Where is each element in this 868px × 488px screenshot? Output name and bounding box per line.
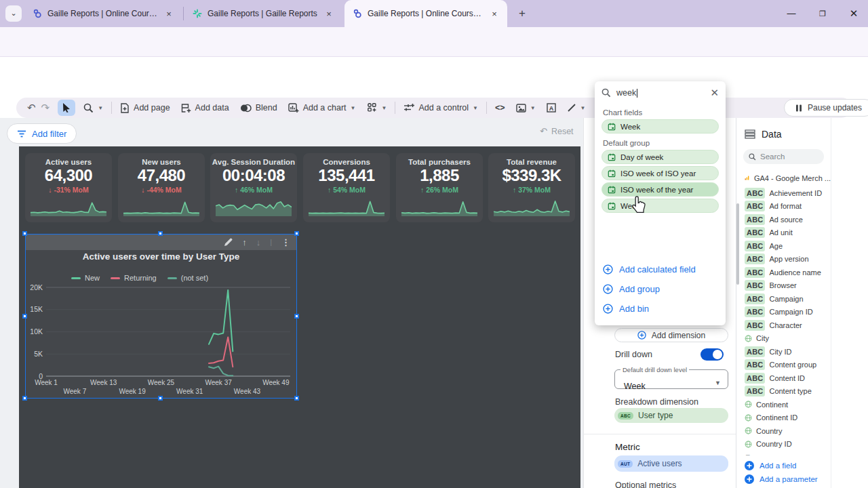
undo-icon[interactable]: ↶ <box>22 98 41 118</box>
select-tool-active[interactable] <box>58 100 75 116</box>
field-row-country[interactable]: Country <box>736 424 831 438</box>
field-row-character[interactable]: ABCCharacter <box>736 319 831 332</box>
field-sections: Chart fieldsWeekDefault groupDay of week… <box>595 108 726 213</box>
filter-reset-button[interactable]: ↶ Reset <box>540 126 574 136</box>
search-icon <box>601 88 611 98</box>
scorecard-conversions[interactable]: Conversions135,441↑ 54% MoM <box>303 153 390 222</box>
field-search-row: week ✕ <box>595 81 726 103</box>
selection-handle[interactable] <box>22 314 27 319</box>
field-row-continent[interactable]: Continent <box>736 398 831 411</box>
add-group-button[interactable]: Add group <box>603 279 717 299</box>
field-row-city[interactable]: City <box>736 332 831 346</box>
community-visualizations-button[interactable]: ▼ <box>361 98 393 118</box>
field-row-ad-source[interactable]: ABCAd source <box>736 213 831 226</box>
drill-level-select[interactable]: Default drill down level Week ▼ <box>614 366 728 389</box>
redo-icon[interactable]: ↷ <box>41 98 56 118</box>
scorecard-label: Avg. Session Duration <box>210 158 297 166</box>
scorecard-new-users[interactable]: New users47,480↓ -44% MoM <box>118 153 205 222</box>
add-parameter-button[interactable]: Add a parameter <box>736 472 831 486</box>
field-option-iso-week-of-iso-year[interactable]: ISO week of ISO year <box>601 166 719 180</box>
browser-tab-1[interactable]: Gaille Reports | Online Course G × <box>24 0 182 27</box>
field-row-age[interactable]: ABCAge <box>736 239 831 253</box>
scorecard-active-users[interactable]: Active users64,300↓ -31% MoM <box>25 153 112 222</box>
close-icon[interactable]: ✕ <box>710 87 719 99</box>
field-row-audience-name[interactable]: ABCAudience name <box>736 266 831 279</box>
window-maximize-button[interactable]: ❐ <box>816 7 829 20</box>
tab-close-icon[interactable]: × <box>323 7 335 20</box>
field-row-continent-id[interactable]: Continent ID <box>736 411 831 425</box>
insert-text-button[interactable]: A <box>541 98 561 118</box>
window-minimize-button[interactable]: — <box>785 7 797 20</box>
add-bin-button[interactable]: Add bin <box>603 299 717 319</box>
selection-handle[interactable] <box>22 396 27 401</box>
field-name: Ad format <box>769 202 802 210</box>
field-row-app-version[interactable]: ABCApp version <box>736 253 831 266</box>
field-row-content-type[interactable]: ABCContent type <box>736 385 831 399</box>
tab-title: Gaille Reports | Gaille Reports <box>208 9 317 18</box>
tab-close-icon[interactable]: × <box>488 7 500 20</box>
action-label: Add calculated field <box>619 264 696 274</box>
selection-handle[interactable] <box>294 231 299 236</box>
field-option-week[interactable]: Week <box>601 199 719 213</box>
data-source-row[interactable]: GA4 - Google Merch ... <box>736 164 831 186</box>
data-search-input[interactable]: Search <box>743 149 824 164</box>
add-chart-icon <box>288 103 299 113</box>
field-search-input[interactable]: week <box>616 88 705 98</box>
add-filter-button[interactable]: Add filter <box>7 123 77 144</box>
field-option-week[interactable]: Week <box>601 119 719 134</box>
text-field-badge: ABC <box>745 280 765 291</box>
field-row-country-id[interactable]: Country ID <box>736 438 831 451</box>
add-dimension-button[interactable]: Add dimension <box>614 328 728 342</box>
field-row-content-id[interactable]: ABCContent ID <box>736 371 831 385</box>
scorecard-value: 00:04:08 <box>210 166 297 185</box>
tab-search-chevron-icon[interactable]: ⌄ <box>5 5 22 22</box>
scorecard-value: 64,300 <box>25 166 112 185</box>
add-chart-button[interactable]: Add a chart ▼ <box>283 98 361 118</box>
field-row-browser[interactable]: ABCBrowser <box>736 279 831 293</box>
field-row-campaign[interactable]: ABCCampaign <box>736 292 831 306</box>
browser-tab-3-active[interactable]: Gaille Reports | Online Course G × <box>344 0 507 27</box>
pause-updates-button[interactable]: Pause updates <box>784 99 868 117</box>
add-field-button[interactable]: Add a field <box>736 459 831 472</box>
field-list-more: – <box>736 451 831 459</box>
field-list-scrollbar[interactable] <box>736 203 739 285</box>
field-row-city-id[interactable]: ABCCity ID <box>736 345 831 359</box>
selection-handle[interactable] <box>158 396 163 401</box>
add-control-button[interactable]: Add a control ▼ <box>398 98 484 118</box>
selection-handle[interactable] <box>158 231 163 236</box>
field-list: ABCAchievement IDABCAd formatABCAd sourc… <box>736 186 831 451</box>
selection-handle[interactable] <box>294 314 299 319</box>
field-row-achievement-id[interactable]: ABCAchievement ID <box>736 186 831 200</box>
scorecard-total-purchasers[interactable]: Total purchasers1,885↑ 26% MoM <box>396 153 483 222</box>
field-option-iso-week-of-the-year[interactable]: ISO week of the year <box>601 182 719 197</box>
add-calculated-field-button[interactable]: Add calculated field <box>603 260 717 279</box>
looker-studio-favicon <box>353 9 362 18</box>
browser-tab-2[interactable]: Gaille Reports | Gaille Reports × <box>184 0 342 27</box>
field-row-ad-format[interactable]: ABCAd format <box>736 200 831 214</box>
breakdown-dimension-chip[interactable]: ABC User type <box>614 408 728 423</box>
field-row-ad-unit[interactable]: ABCAd unit <box>736 226 831 240</box>
blend-button[interactable]: Blend <box>235 98 283 118</box>
embed-code-button[interactable]: <> <box>490 98 511 118</box>
selection-handle[interactable] <box>22 231 27 236</box>
tab-close-icon[interactable]: × <box>163 7 175 20</box>
field-name: Content group <box>769 361 816 369</box>
scorecard-avg-session-duration[interactable]: Avg. Session Duration00:04:08↑ 46% MoM <box>210 153 297 222</box>
field-row-campaign-id[interactable]: ABCCampaign ID <box>736 306 831 319</box>
add-page-button[interactable]: Add page <box>115 98 176 118</box>
new-tab-button[interactable]: + <box>515 7 529 20</box>
zoom-tool[interactable]: ▼ <box>78 98 108 118</box>
field-option-day-of-week[interactable]: Day of week <box>601 150 719 164</box>
community-viz-icon <box>367 102 378 113</box>
field-row-content-group[interactable]: ABCContent group <box>736 359 831 372</box>
scorecard-total-revenue[interactable]: Total revenue$339.3K↑ 37% MoM <box>488 153 575 222</box>
add-data-button[interactable]: Add data <box>176 98 235 118</box>
insert-line-button[interactable]: ▼ <box>561 98 591 118</box>
metric-chip[interactable]: AUT Active users <box>614 455 728 472</box>
insert-image-button[interactable]: ▼ <box>511 98 541 118</box>
drill-down-toggle[interactable] <box>701 348 724 361</box>
globe-icon <box>745 427 752 434</box>
selection-handle[interactable] <box>294 396 299 401</box>
data-list-icon <box>745 129 755 139</box>
window-close-button[interactable]: ✕ <box>848 7 860 20</box>
